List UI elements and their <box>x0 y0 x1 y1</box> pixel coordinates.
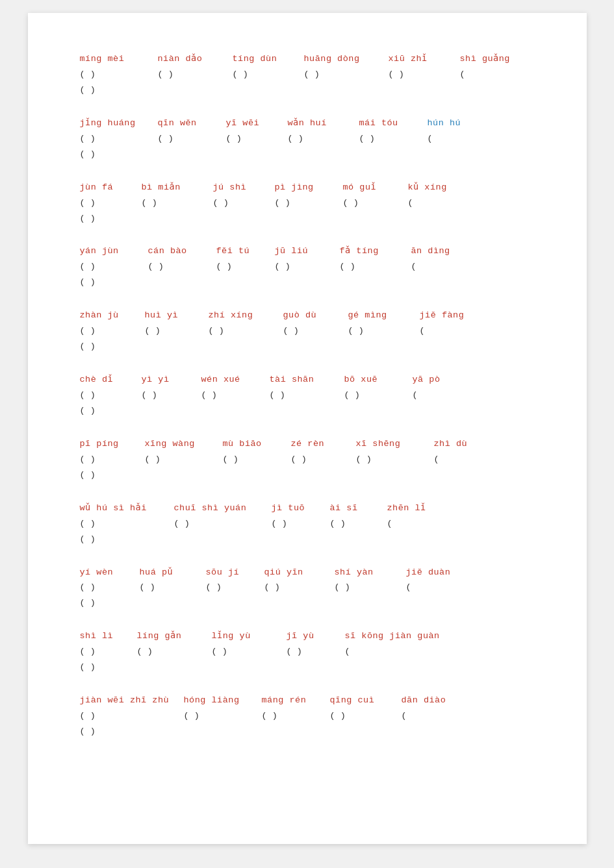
bracket-row-1: ( )( )( )( )( )( <box>80 260 535 275</box>
bracket-cell: ( <box>428 132 489 147</box>
pinyin-word: jiě duàn <box>406 565 481 580</box>
bracket-cell: ( ) <box>174 517 272 532</box>
bracket-cell: ( ) <box>288 132 359 147</box>
bracket-cell: ( ) <box>283 324 348 339</box>
bracket-cell: ( ) <box>287 645 345 660</box>
bracket-cell: ( ) <box>330 517 387 532</box>
pinyin-word: mù biāo <box>223 437 291 452</box>
bracket-row-2: ( ) <box>80 275 535 290</box>
pinyin-word: jùn fá <box>80 180 142 195</box>
bracket-row-2: ( ) <box>80 404 535 419</box>
bracket-cell: ( ) <box>145 324 209 339</box>
bracket-cell: ( ) <box>80 580 140 595</box>
bracket-row-1: ( )( )( )( )( )( <box>80 453 535 467</box>
pinyin-word: sōu jí <box>206 565 264 580</box>
bracket-cell-cont: ( ) <box>80 147 158 162</box>
bracket-cell-cont: ( ) <box>80 340 145 354</box>
bracket-cell: ( ) <box>80 388 142 403</box>
bracket-cell: ( ) <box>212 645 287 660</box>
pinyin-word: ān dìng <box>411 244 473 259</box>
pinyin-word: zé rèn <box>291 437 356 452</box>
pinyin-word: yí wèn <box>80 565 140 580</box>
bracket-cell: ( ) <box>344 388 413 403</box>
bracket-cell: ( ) <box>80 260 148 275</box>
bracket-cell: ( ) <box>264 580 335 595</box>
pinyin-row: yán jùncán bàofěi tújū liúfǎ tíngān dìng <box>80 244 535 259</box>
bracket-cell: ( ) <box>343 196 408 211</box>
bracket-cell: ( ) <box>359 132 428 147</box>
bracket-cell: ( ) <box>80 132 158 147</box>
bracket-cell: ( ) <box>140 580 206 595</box>
bracket-cell: ( ) <box>356 453 434 467</box>
bracket-cell: ( ) <box>158 132 226 147</box>
bracket-cell: ( ) <box>80 517 174 532</box>
bracket-cell: ( ) <box>80 196 142 211</box>
bracket-cell-cont: ( ) <box>80 468 145 483</box>
bracket-row-1: ( )( )( )( )( )( <box>80 132 535 147</box>
pinyin-word: tíng dùn <box>233 52 304 67</box>
bracket-cell: ( <box>413 388 471 403</box>
bracket-cell: ( ) <box>80 645 137 660</box>
pinyin-word: sī kōng jiàn guàn <box>345 629 455 644</box>
main-page: míng mèiniàn dǎotíng dùnhuāng dòngxiū zh… <box>28 13 587 844</box>
pinyin-word: yā pò <box>413 373 471 388</box>
bracket-row-1: ( )( )( )( )( )( <box>80 580 535 595</box>
bracket-cell: ( <box>460 68 531 82</box>
section-3: yán jùncán bàofěi tújū liúfǎ tíngān dìng… <box>80 244 535 290</box>
pinyin-word: máng rén <box>262 693 330 708</box>
bracket-cell: ( ) <box>270 388 344 403</box>
pinyin-word: zhí xíng <box>209 308 283 323</box>
bracket-cell: ( ) <box>80 324 145 339</box>
bracket-cell-cont: ( ) <box>80 725 184 739</box>
pinyin-word: jǐng huáng <box>80 116 158 131</box>
section-4: zhàn jùhuì yìzhí xíngguò dùgé mìngjiě fà… <box>80 308 535 354</box>
bracket-row-2: ( ) <box>80 532 535 547</box>
pinyin-row: jùn fábì miǎnjú shìpì jìngmó guǐkǔ xíng <box>80 180 535 195</box>
bracket-row-1: ( )( )( )( )( )( <box>80 68 535 82</box>
pinyin-row: yí wènhuá pǔsōu jíqiú yīnshí yànjiě duàn <box>80 565 535 580</box>
pinyin-row: jiàn wēi zhī zhùhóng liàngmáng rénqīng c… <box>80 693 535 708</box>
pinyin-word: huá pǔ <box>140 565 206 580</box>
pinyin-word: yī wēi <box>226 116 288 131</box>
section-8: yí wènhuá pǔsōu jíqiú yīnshí yànjiě duàn… <box>80 565 535 612</box>
bracket-cell: ( <box>408 196 470 211</box>
pinyin-word: míng mèi <box>80 52 158 67</box>
pinyin-word: zhàn jù <box>80 308 145 323</box>
bracket-cell: ( ) <box>262 709 330 724</box>
section-6: pī píngxīng wàngmù biāozé rènxī shēngzhì… <box>80 437 535 483</box>
pinyin-word: zhì dù <box>434 437 499 452</box>
pinyin-word: gé mìng <box>348 308 420 323</box>
pinyin-word: lǐng yù <box>212 629 287 644</box>
bracket-row-2: ( ) <box>80 596 535 611</box>
section-1: jǐng huángqīn wěnyī wēiwǎn huímái tóuhún… <box>80 116 535 162</box>
pinyin-row: shì lìlíng gǎnlǐng yùjī yùsī kōng jiàn g… <box>80 629 535 644</box>
bracket-cell: ( <box>406 580 481 595</box>
bracket-row-2: ( ) <box>80 468 535 483</box>
pinyin-word: niàn dǎo <box>158 52 233 67</box>
section-7: wǔ hú sì hǎichuī shì yuánjì tuōài sīzhēn… <box>80 501 535 547</box>
section-0: míng mèiniàn dǎotíng dùnhuāng dòngxiū zh… <box>80 52 535 98</box>
pinyin-word: chuī shì yuán <box>174 501 272 516</box>
pinyin-word: zhēn lǐ <box>387 501 446 516</box>
bracket-cell: ( ) <box>233 68 304 82</box>
bracket-row-1: ( )( )( )( )( )( <box>80 324 535 339</box>
pinyin-word: fěi tú <box>216 244 275 259</box>
bracket-cell: ( ) <box>142 388 201 403</box>
pinyin-word: xīng wàng <box>145 437 223 452</box>
pinyin-row: wǔ hú sì hǎichuī shì yuánjì tuōài sīzhēn… <box>80 501 535 516</box>
bracket-cell: ( ) <box>304 68 389 82</box>
bracket-cell: ( ) <box>80 709 184 724</box>
bracket-cell: ( ) <box>206 580 264 595</box>
pinyin-word: huāng dòng <box>304 52 389 67</box>
bracket-cell: ( ) <box>275 196 343 211</box>
pinyin-word: líng gǎn <box>137 629 212 644</box>
bracket-cell: ( ) <box>148 260 216 275</box>
bracket-cell: ( ) <box>80 68 158 82</box>
bracket-cell: ( ) <box>216 260 275 275</box>
pinyin-word: jiàn wēi zhī zhù <box>80 693 184 708</box>
bracket-cell: ( ) <box>389 68 460 82</box>
bracket-row-2: ( ) <box>80 147 535 162</box>
bracket-row-1: ( )( )( )( )( <box>80 645 535 660</box>
bracket-cell-cont: ( ) <box>80 275 148 290</box>
pinyin-word: qīng cuì <box>330 693 402 708</box>
